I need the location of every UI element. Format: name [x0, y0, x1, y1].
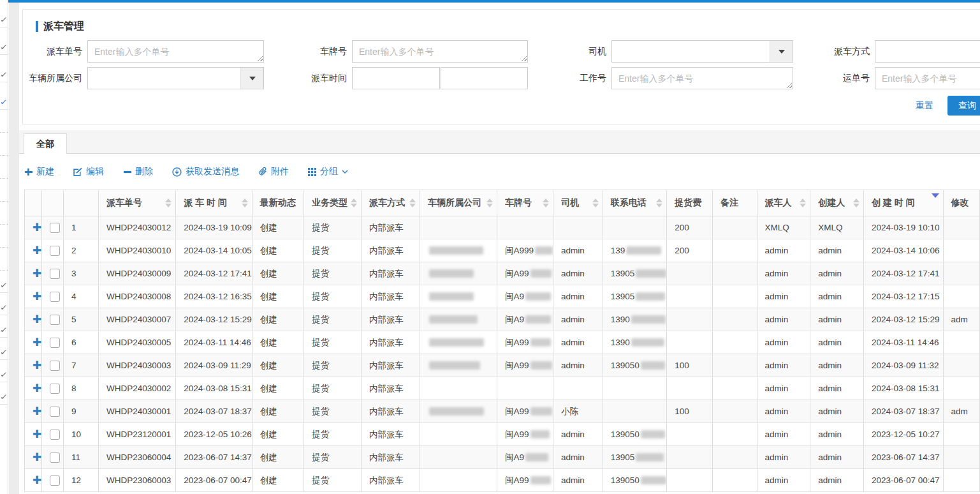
cell-expand[interactable]: ✚: [25, 285, 42, 308]
cell-check[interactable]: [42, 239, 64, 262]
sort-arrows-icon[interactable]: [592, 198, 599, 207]
sort-arrows-icon[interactable]: [409, 198, 416, 207]
col-header-dp[interactable]: 派车人: [757, 190, 810, 216]
cell-check[interactable]: [42, 377, 64, 400]
row-checkbox[interactable]: [50, 407, 60, 417]
cell-expand[interactable]: ✚: [25, 262, 42, 285]
expand-row-icon[interactable]: ✚: [33, 290, 41, 303]
driver-select-arrow-button[interactable]: [770, 41, 793, 62]
col-header-ct[interactable]: 创 建 时 间: [863, 190, 943, 216]
row-checkbox[interactable]: [50, 315, 60, 325]
expand-row-icon[interactable]: ✚: [33, 336, 41, 348]
expand-row-icon[interactable]: ✚: [33, 382, 41, 394]
cell-pl: 闽A99: [497, 262, 553, 285]
cell-expand[interactable]: ✚: [25, 354, 42, 377]
row-checkbox[interactable]: [50, 361, 60, 371]
dispatch-method-input[interactable]: [875, 40, 980, 63]
col-header-no[interactable]: 派车单号: [99, 190, 176, 216]
tab-all[interactable]: 全部: [24, 133, 67, 154]
expand-row-icon[interactable]: ✚: [33, 428, 41, 440]
row-checkbox[interactable]: [50, 223, 60, 233]
col-header-m[interactable]: 派车方式: [361, 190, 420, 216]
query-button[interactable]: 查询: [947, 96, 980, 116]
sort-arrows-icon[interactable]: [165, 198, 172, 207]
row-checkbox[interactable]: [50, 269, 60, 279]
row-checkbox[interactable]: [50, 384, 60, 394]
group-button[interactable]: 分组: [308, 166, 348, 177]
cell-check[interactable]: [42, 446, 64, 469]
sort-arrows-icon[interactable]: [543, 198, 549, 207]
cell-check[interactable]: [42, 400, 64, 423]
cell-expand[interactable]: ✚: [25, 239, 42, 262]
cell-expand[interactable]: ✚: [25, 331, 42, 354]
cell-check[interactable]: [42, 262, 64, 285]
cell-check[interactable]: [42, 285, 64, 308]
sort-arrows-icon[interactable]: [351, 198, 357, 207]
cell-m: 内部派车: [361, 331, 420, 354]
cell-check[interactable]: [42, 331, 64, 354]
expand-row-icon[interactable]: ✚: [33, 244, 41, 257]
sort-arrows-icon[interactable]: [486, 198, 493, 207]
cell-check[interactable]: [42, 423, 64, 446]
expand-row-icon[interactable]: ✚: [33, 474, 41, 486]
delete-button[interactable]: 删除: [123, 166, 153, 177]
expand-row-icon[interactable]: ✚: [33, 405, 41, 417]
sort-arrows-icon[interactable]: [800, 198, 806, 207]
row-checkbox[interactable]: [50, 338, 60, 348]
cell-expand[interactable]: ✚: [25, 216, 42, 239]
fetch-messages-button[interactable]: 获取发送消息: [172, 166, 239, 177]
row-checkbox[interactable]: [50, 430, 60, 440]
group-label: 分组: [320, 166, 338, 177]
col-header-dr[interactable]: 司机: [553, 190, 603, 216]
vehicle-company-select[interactable]: [87, 67, 264, 89]
cell-bt: 提货: [304, 262, 362, 285]
sort-arrows-icon[interactable]: [853, 198, 859, 207]
cell-check[interactable]: [42, 354, 64, 377]
table-row: ✚9WHDP240300012024-03-07 18:37创建提货内部派车闽A…: [25, 400, 980, 423]
expand-row-icon[interactable]: ✚: [33, 359, 41, 371]
reset-button[interactable]: 重置: [916, 100, 933, 112]
attachments-button[interactable]: 附件: [258, 166, 289, 177]
cell-expand[interactable]: ✚: [25, 446, 42, 469]
plate-input[interactable]: [353, 41, 527, 62]
work-no-input[interactable]: [612, 68, 793, 89]
sort-arrows-icon[interactable]: [656, 198, 662, 207]
dispatch-time-to-input[interactable]: [441, 67, 528, 89]
expand-row-icon[interactable]: ✚: [33, 451, 41, 463]
vehicle-company-select-arrow-button[interactable]: [240, 68, 263, 89]
row-checkbox[interactable]: [50, 292, 60, 302]
col-header-bt[interactable]: 业务类型: [304, 190, 362, 216]
cell-dp: admin: [757, 308, 810, 331]
dispatch-order-input[interactable]: [88, 41, 263, 62]
cell-expand[interactable]: ✚: [25, 423, 42, 446]
cell-expand[interactable]: ✚: [25, 400, 42, 423]
new-button[interactable]: 新建: [24, 166, 54, 177]
col-header-cr[interactable]: 创建人: [810, 190, 864, 216]
expand-row-icon[interactable]: ✚: [33, 221, 41, 234]
sort-desc-icon[interactable]: [932, 198, 939, 208]
cell-expand[interactable]: ✚: [25, 469, 42, 492]
row-checkbox[interactable]: [50, 475, 60, 486]
edit-button[interactable]: 编辑: [73, 166, 104, 177]
col-header-co[interactable]: 车辆所属公司: [420, 190, 497, 216]
redacted-blur: [429, 361, 480, 370]
expand-row-icon[interactable]: ✚: [33, 313, 41, 326]
col-header-ph[interactable]: 联系电话: [603, 190, 667, 216]
dispatch-time-from-input[interactable]: [352, 67, 440, 89]
sort-arrows-icon[interactable]: [242, 198, 248, 207]
cell-expand[interactable]: ✚: [25, 377, 42, 400]
cell-pl: 闽A9: [497, 285, 553, 308]
col-header-pl[interactable]: 车牌号: [497, 190, 553, 216]
row-checkbox[interactable]: [50, 246, 60, 256]
col-header-dt[interactable]: 派 车 时 间: [176, 190, 252, 216]
waybill-no-input[interactable]: [875, 68, 980, 89]
row-checkbox[interactable]: [50, 453, 60, 463]
driver-select[interactable]: [611, 40, 793, 63]
cell-expand[interactable]: ✚: [25, 308, 42, 331]
left-strip-row: ✓: [0, 293, 8, 315]
col-header-label: 派 车 时 间: [184, 197, 227, 209]
cell-check[interactable]: [42, 469, 64, 492]
cell-check[interactable]: [42, 216, 64, 239]
cell-check[interactable]: [42, 308, 64, 331]
expand-row-icon[interactable]: ✚: [33, 267, 41, 280]
